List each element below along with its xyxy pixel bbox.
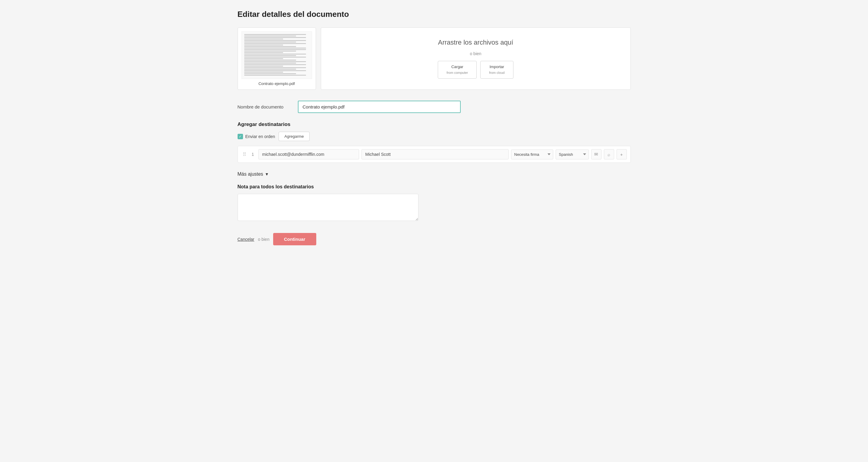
document-name-section: Nombre de documento bbox=[238, 101, 631, 113]
recipient-add-button[interactable]: + bbox=[617, 149, 627, 159]
send-in-order-text: Enviar en orden bbox=[245, 134, 275, 139]
recipient-row: ⠿ 1 Necesita firma Solo ver Aprueba Span… bbox=[238, 146, 631, 163]
upload-or-text: o bien bbox=[470, 51, 481, 56]
document-preview: Contrato ejemplo.pdf bbox=[238, 27, 316, 90]
continue-button[interactable]: Continuar bbox=[273, 233, 316, 245]
recipients-section-title: Agregar destinatarios bbox=[238, 122, 631, 128]
recipient-number: 1 bbox=[250, 152, 256, 157]
note-textarea[interactable] bbox=[238, 194, 418, 221]
envelope-icon: ✉ bbox=[594, 152, 598, 157]
more-settings-label: Más ajustes bbox=[238, 171, 263, 177]
recipient-email-input[interactable] bbox=[258, 149, 359, 159]
upload-dropzone[interactable]: Arrastre los archivos aquí o bien Cargar… bbox=[321, 27, 631, 90]
recipients-section: Agregar destinatarios ✓ Enviar en orden … bbox=[238, 122, 631, 163]
recipient-name-input[interactable] bbox=[362, 149, 508, 159]
search-icon: ⌕ bbox=[608, 152, 610, 157]
upload-buttons: Cargar from computer Importar from cloud bbox=[438, 61, 513, 78]
upload-dropzone-title: Arrastre los archivos aquí bbox=[438, 39, 513, 46]
recipients-actions: ✓ Enviar en orden Agregarme bbox=[238, 132, 631, 141]
add-icon: + bbox=[620, 152, 623, 157]
recipient-role-select[interactable]: Necesita firma Solo ver Aprueba bbox=[511, 150, 553, 159]
cancel-button[interactable]: Cancelar bbox=[238, 236, 254, 243]
more-settings-toggle[interactable]: Más ajustes ▾ bbox=[238, 171, 631, 177]
footer-actions: Cancelar o bien Continuar bbox=[238, 233, 631, 245]
document-name-row: Nombre de documento bbox=[238, 101, 631, 113]
page-title: Editar detalles del documento bbox=[238, 10, 631, 19]
footer-or-text: o bien bbox=[258, 237, 270, 242]
document-name-input[interactable] bbox=[298, 101, 461, 113]
checkmark-icon: ✓ bbox=[239, 135, 242, 138]
document-name-label: Nombre de documento bbox=[238, 104, 292, 109]
note-section-title: Nota para todos los destinatarios bbox=[238, 184, 631, 190]
recipient-language-select[interactable]: Spanish English French German bbox=[556, 150, 589, 159]
recipient-search-button[interactable]: ⌕ bbox=[604, 149, 614, 159]
drag-handle-icon[interactable]: ⠿ bbox=[242, 152, 248, 157]
chevron-down-icon: ▾ bbox=[266, 171, 268, 177]
upload-from-computer-button[interactable]: Cargar from computer bbox=[438, 61, 477, 78]
note-section: Nota para todos los destinatarios bbox=[238, 184, 631, 222]
import-from-cloud-button[interactable]: Importar from cloud bbox=[480, 61, 513, 78]
add-me-button[interactable]: Agregarme bbox=[279, 132, 309, 141]
upload-row: Contrato ejemplo.pdf Arrastre los archiv… bbox=[238, 27, 631, 90]
recipient-envelope-button[interactable]: ✉ bbox=[591, 149, 601, 159]
document-preview-filename: Contrato ejemplo.pdf bbox=[258, 81, 295, 86]
document-preview-thumbnail bbox=[242, 31, 312, 79]
send-in-order-label[interactable]: ✓ Enviar en orden bbox=[238, 134, 275, 139]
send-in-order-checkbox[interactable]: ✓ bbox=[238, 134, 243, 139]
